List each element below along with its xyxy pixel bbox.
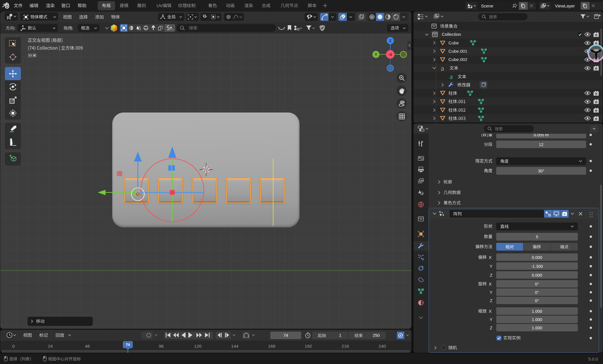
svg-text:Y: Y bbox=[375, 52, 377, 57]
svg-text:-X: -X bbox=[389, 52, 392, 57]
svg-text:Z: Z bbox=[389, 39, 391, 43]
